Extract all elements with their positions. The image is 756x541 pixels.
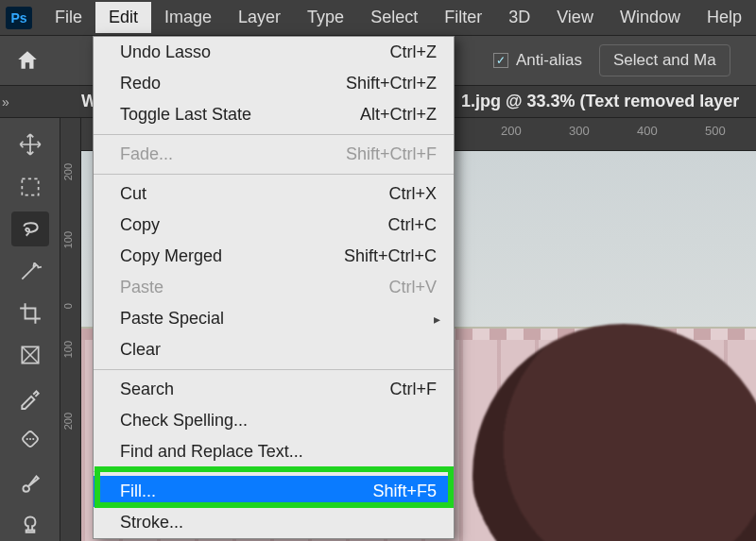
crop-tool[interactable] [11,296,49,330]
menu-item-shortcut: Alt+Ctrl+Z [360,105,437,125]
menu-separator [94,174,454,175]
menu-item-select[interactable]: Select [357,2,431,33]
menu-item-help[interactable]: Help [694,2,755,33]
menu-item-fade: Fade...Shift+Ctrl+F [94,139,454,170]
menu-item-cut[interactable]: CutCtrl+X [94,178,454,210]
menu-item-label: Toggle Last State [120,105,251,125]
anti-alias-option[interactable]: ✓ Anti-alias [493,51,582,70]
menu-item-window[interactable]: Window [607,2,694,33]
wand-tool[interactable] [11,254,49,289]
ruler-tick: 500 [705,124,726,138]
menu-item-label: Copy [120,215,160,235]
menu-item-copy-merged[interactable]: Copy MergedShift+Ctrl+C [94,241,454,272]
menu-item-3d[interactable]: 3D [495,2,543,33]
menu-item-label: Fill... [120,482,156,501]
menu-item-shortcut: Shift+Ctrl+F [346,144,437,164]
menu-item-label: Find and Replace Text... [120,442,303,462]
menu-item-paste-special[interactable]: Paste Special [94,303,454,334]
menu-item-shortcut: Ctrl+X [388,184,437,204]
tool-strip [0,118,60,541]
move-tool[interactable] [11,127,49,162]
menu-item-label: Search [120,380,174,399]
menu-item-search[interactable]: SearchCtrl+F [94,374,454,405]
ruler-tick: 100 [62,341,74,358]
menu-item-shortcut: Shift+F5 [372,482,437,501]
menu-item-filter[interactable]: Filter [431,2,495,33]
menu-item-fill[interactable]: Fill...Shift+F5 [94,476,454,507]
eyedropper-tool[interactable] [11,380,49,415]
menu-separator [94,134,454,135]
ruler-tick: 400 [637,124,658,138]
edit-menu-dropdown: Undo LassoCtrl+ZRedoShift+Ctrl+ZToggle L… [93,36,455,539]
svg-point-4 [28,438,30,440]
marquee-tool[interactable] [11,170,49,205]
lasso-tool[interactable] [11,211,49,246]
menu-bar: Ps FileEditImageLayerTypeSelectFilter3DV… [0,0,756,36]
ruler-tick: 300 [569,124,590,138]
menu-item-clear[interactable]: Clear [94,334,454,365]
menu-item-label: Copy Merged [120,246,222,266]
menu-item-file[interactable]: File [42,2,95,33]
menu-item-stroke[interactable]: Stroke... [94,507,454,538]
ruler-tick: 100 [62,231,74,248]
menu-item-type[interactable]: Type [294,2,357,33]
menu-item-view[interactable]: View [543,2,607,33]
menu-item-label: Redo [120,74,161,93]
expand-panels-icon[interactable]: » [2,94,9,110]
healing-tool[interactable] [11,422,49,457]
vertical-ruler: 2001000100200 [60,118,81,541]
select-and-mask-button[interactable]: Select and Ma [599,44,730,76]
menu-item-shortcut: Ctrl+C [387,215,437,235]
ruler-tick: 200 [62,163,74,180]
menu-item-edit[interactable]: Edit [95,2,151,33]
menu-item-shortcut: Ctrl+F [390,380,438,399]
menu-item-check-spelling[interactable]: Check Spelling... [94,405,454,436]
menu-item-undo-lasso[interactable]: Undo LassoCtrl+Z [94,37,454,68]
menu-separator [94,471,454,472]
menu-separator [94,369,454,370]
menu-item-toggle-last-state[interactable]: Toggle Last StateAlt+Ctrl+Z [94,99,454,130]
menu-item-image[interactable]: Image [151,2,225,33]
menu-item-shortcut: Ctrl+Z [390,42,438,62]
menu-item-label: Check Spelling... [120,411,248,431]
anti-alias-label: Anti-alias [516,51,582,70]
menu-item-label: Paste [120,278,163,297]
menu-item-label: Paste Special [120,309,224,329]
app-root: Ps FileEditImageLayerTypeSelectFilter3DV… [0,0,756,541]
app-logo: Ps [6,7,32,29]
svg-point-5 [32,438,34,440]
menu-item-label: Fade... [120,144,173,164]
svg-point-3 [26,438,27,440]
svg-rect-0 [22,178,38,194]
document-title-suffix: 1.jpg @ 33.3% (Text removed layer [461,92,739,111]
menu-item-label: Cut [120,184,146,204]
menu-item-find-and-replace-text[interactable]: Find and Replace Text... [94,436,454,467]
frame-tool[interactable] [11,338,49,373]
brush-tool[interactable] [11,465,49,499]
menu-item-copy[interactable]: CopyCtrl+C [94,210,454,241]
menu-item-shortcut: Ctrl+V [388,278,437,297]
menu-item-label: Undo Lasso [120,42,211,62]
menu-item-label: Stroke... [120,513,183,533]
ruler-tick: 0 [62,303,74,309]
stamp-tool[interactable] [11,506,49,541]
menu-item-shortcut: Shift+Ctrl+C [344,246,437,266]
checkbox-icon[interactable]: ✓ [493,53,508,68]
menu-item-paste: PasteCtrl+V [94,272,454,303]
menu-item-layer[interactable]: Layer [225,2,294,33]
menu-item-label: Clear [120,340,161,360]
home-icon[interactable] [13,46,42,75]
ruler-tick: 200 [501,124,522,138]
menu-item-shortcut: Shift+Ctrl+Z [346,74,437,93]
ruler-tick: 200 [62,413,74,430]
menu-item-redo[interactable]: RedoShift+Ctrl+Z [94,68,454,99]
